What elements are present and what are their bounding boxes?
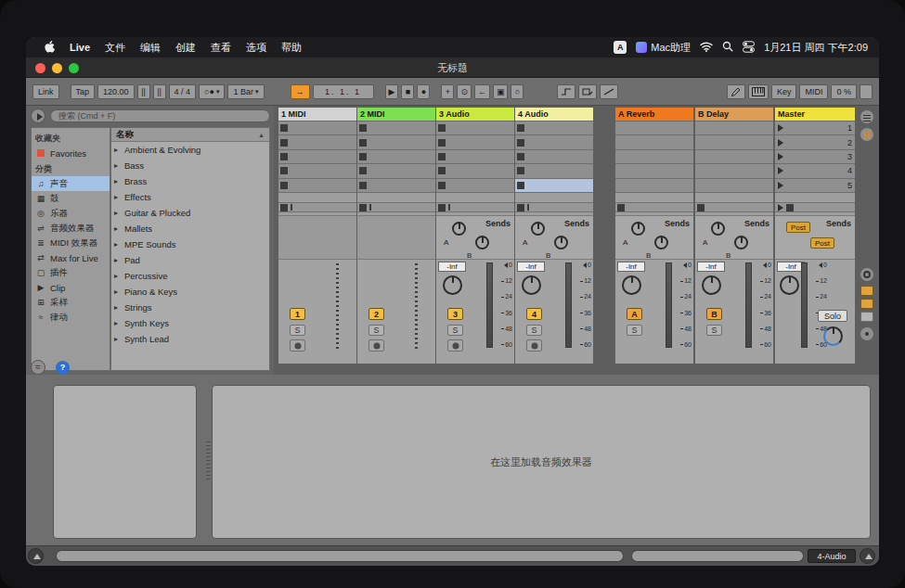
device-view-handle[interactable] [206, 441, 211, 480]
time-signature-field[interactable]: 4 / 4 [169, 84, 197, 99]
arm-button[interactable] [447, 339, 463, 352]
stop-clip-button[interactable] [357, 202, 435, 212]
cue-volume-knob[interactable] [823, 326, 843, 346]
list-item[interactable]: ▸Synth Lead [111, 331, 269, 347]
menu-item-file[interactable]: 文件 [97, 41, 133, 55]
scene-slot[interactable]: 3 [775, 150, 855, 164]
disclosure-icon[interactable]: ▸ [114, 335, 122, 343]
clip-slot[interactable] [357, 164, 435, 178]
track-activator-button[interactable]: 1 [290, 308, 305, 320]
clip-slot[interactable] [357, 135, 435, 149]
send-a-knob[interactable] [452, 222, 466, 236]
tempo-field[interactable]: 120.00 [97, 84, 135, 99]
assistant-menu[interactable]: Mac助理 [636, 41, 691, 55]
stop-clip-button[interactable] [615, 202, 693, 212]
send-b-pre-post-toggle[interactable]: Post [810, 237, 834, 249]
send-a-pre-post-toggle[interactable]: Post [786, 222, 810, 233]
track-activator-button[interactable]: 4 [526, 308, 542, 320]
solo-cue-button[interactable]: Solo [818, 310, 847, 322]
list-item[interactable]: ▸Ambient & Evolving [111, 142, 269, 158]
arm-button[interactable] [290, 339, 305, 352]
clip-slot[interactable] [515, 135, 593, 149]
disclosure-icon[interactable]: ▸ [114, 209, 122, 217]
menu-item-options[interactable]: 选项 [239, 41, 274, 55]
pan-knob[interactable] [522, 275, 541, 295]
clip-slot[interactable] [278, 179, 356, 193]
punch-button[interactable]: ▣ [493, 84, 509, 99]
track-activator-button[interactable]: 2 [368, 308, 384, 320]
arm-button[interactable] [526, 339, 542, 352]
metronome-button[interactable]: ○●▾ [199, 84, 225, 99]
tap-tempo-button[interactable]: Tap [71, 84, 96, 99]
disclosure-icon[interactable]: ▸ [114, 146, 122, 154]
list-item[interactable]: ▸Mallets [111, 221, 269, 236]
return-track-header[interactable]: B Delay [695, 108, 773, 121]
clip-slot[interactable] [278, 135, 356, 149]
track-header[interactable]: 4 Audio [515, 108, 593, 121]
disclosure-icon[interactable]: ▸ [114, 256, 122, 264]
apple-menu[interactable] [37, 41, 62, 55]
clip-slot[interactable] [515, 121, 593, 135]
list-item[interactable]: ▸Strings [111, 300, 269, 315]
list-item[interactable]: ▸MPE Sounds [111, 236, 269, 252]
scene-slot[interactable]: 2 [775, 135, 855, 149]
send-b-knob[interactable] [475, 236, 489, 249]
computer-midi-keyboard-button[interactable] [748, 84, 769, 99]
clip-slot[interactable] [515, 150, 593, 164]
pen-button[interactable] [727, 84, 745, 99]
send-a-knob[interactable] [711, 222, 725, 236]
stop-clip-button[interactable] [436, 202, 514, 212]
link-button[interactable]: Link [32, 84, 59, 99]
stop-clip-button[interactable] [515, 202, 593, 212]
control-center-icon[interactable] [743, 41, 755, 55]
clip-slot[interactable] [515, 164, 593, 178]
sidebar-item-plugins[interactable]: ▢插件 [32, 265, 110, 280]
overdub-plus-button[interactable]: + [441, 84, 454, 99]
clip-slot[interactable] [278, 121, 356, 135]
disclosure-icon[interactable]: ▸ [114, 193, 122, 201]
play-button[interactable]: ▶ [385, 84, 399, 99]
sidebar-item-midi-effects[interactable]: ≣MIDI 效果器 [32, 236, 110, 250]
pan-knob[interactable] [622, 275, 641, 295]
quantization-menu[interactable]: 1 Bar▾ [227, 84, 264, 99]
solo-button[interactable]: S [627, 325, 642, 336]
pan-knob[interactable] [780, 275, 799, 295]
scene-play-icon[interactable] [778, 153, 783, 160]
session-overview-toggle[interactable] [860, 109, 874, 124]
returns-section-toggle[interactable] [860, 299, 873, 309]
sidebar-item-grooves[interactable]: ≈律动 [32, 310, 110, 325]
disclosure-icon[interactable]: ▸ [114, 224, 122, 233]
stop-clip-button[interactable] [695, 202, 773, 212]
list-item[interactable]: ▸Pad [111, 252, 269, 268]
pan-knob[interactable] [443, 275, 462, 295]
list-item[interactable]: ▸Brass [111, 173, 269, 189]
pan-knob[interactable] [702, 275, 721, 295]
record-button[interactable]: ● [417, 84, 430, 99]
automation-step-mode-button[interactable] [557, 84, 575, 99]
send-b-knob[interactable] [554, 236, 568, 249]
draw-mode-button[interactable] [578, 84, 597, 99]
sidebar-item-max-for-live[interactable]: ⇄Max for Live [32, 250, 110, 265]
track-header[interactable]: 3 Audio [436, 108, 514, 121]
arm-button[interactable] [368, 339, 384, 352]
automation-ramp-mode-button[interactable] [600, 84, 618, 99]
sidebar-item-clips[interactable]: ▶Clip [32, 280, 110, 295]
inout-section-toggle[interactable] [860, 267, 874, 282]
solo-button[interactable]: S [447, 325, 463, 336]
scene-play-icon[interactable] [778, 167, 783, 174]
return-track-header[interactable]: A Reverb [615, 108, 693, 121]
disclosure-icon[interactable]: ▸ [114, 161, 122, 170]
nudge-up-button[interactable]: || [153, 84, 166, 99]
track-header[interactable]: 2 MIDI [357, 108, 435, 121]
clip-slot[interactable] [436, 135, 514, 149]
clip-slot[interactable] [436, 121, 514, 135]
list-item[interactable]: ▸Percussive [111, 268, 269, 284]
list-item[interactable]: ▸Synth Keys [111, 315, 269, 331]
disclosure-icon[interactable]: ▸ [114, 303, 122, 312]
sidebar-item-sounds[interactable]: ♫声音 [32, 176, 110, 191]
send-a-knob[interactable] [531, 222, 545, 236]
scene-play-icon[interactable] [778, 124, 783, 132]
sends-section-toggle[interactable] [860, 286, 873, 296]
sidebar-item-favorites[interactable]: Favorites [32, 146, 110, 160]
master-track-header[interactable]: Master [775, 108, 855, 121]
